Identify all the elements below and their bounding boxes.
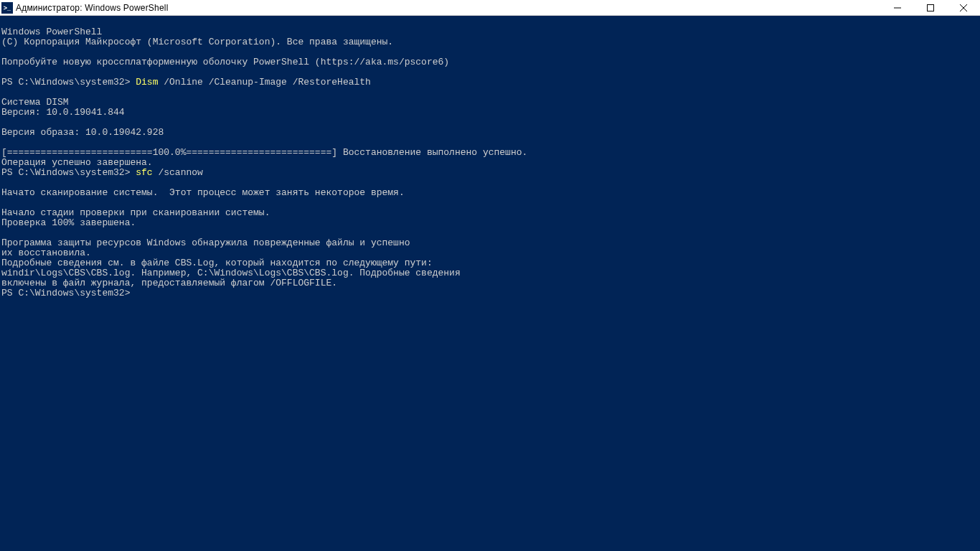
output-line: Cистема DISM [1,97,69,108]
command-args: /Online /Cleanup-Image /RestoreHealth [158,77,370,88]
output-line: Операция успешно завершена. [1,157,153,168]
window-controls [881,0,980,15]
output-line: включены в файл журнала, предоставляемый… [1,278,337,288]
output-line: Программа защиты ресурсов Windows обнару… [1,237,410,248]
minimize-button[interactable] [881,0,914,15]
output-line: windir\Logs\CBS\CBS.log. Например, C:\Wi… [1,268,461,278]
output-line: Начало стадии проверки при сканировании … [1,207,270,218]
svg-rect-1 [928,4,934,11]
output-line: Проверка 100% завершена. [1,217,136,228]
command-name: Dism [136,77,158,88]
output-line: Начато сканирование системы. Этот процес… [1,187,405,198]
command-args: /scannow [153,167,203,178]
output-line: их восстановила. [1,248,91,258]
prompt: PS C:\Windows\system32> [1,167,136,178]
maximize-button[interactable] [914,0,947,15]
window-title: Администратор: Windows PowerShell [16,3,169,13]
output-line: (C) Корпорация Майкрософт (Microsoft Cor… [1,37,393,47]
command-name: sfc [136,167,152,178]
prompt: PS C:\Windows\system32> [1,77,136,88]
prompt-current[interactable]: PS C:\Windows\system32> [1,288,130,298]
output-line: Подробные сведения см. в файле CBS.Log, … [1,258,433,268]
close-button[interactable] [947,0,980,15]
terminal-output: Windows PowerShell (C) Корпорация Майкро… [1,27,980,298]
scrollbar-track[interactable] [968,16,980,551]
output-line: Версия: 10.0.19041.844 [1,107,125,118]
output-line: Windows PowerShell [1,27,102,37]
output-line: Попробуйте новую кроссплатформенную обол… [1,57,449,67]
output-line: Версия образа: 10.0.19042.928 [1,127,164,138]
terminal-area[interactable]: Windows PowerShell (C) Корпорация Майкро… [0,16,980,551]
window-titlebar[interactable]: >_ Администратор: Windows PowerShell [0,0,980,16]
powershell-icon: >_ [1,2,13,14]
progress-line: [==========================100.0%=======… [1,147,527,158]
vertical-scrollbar[interactable] [968,16,980,551]
